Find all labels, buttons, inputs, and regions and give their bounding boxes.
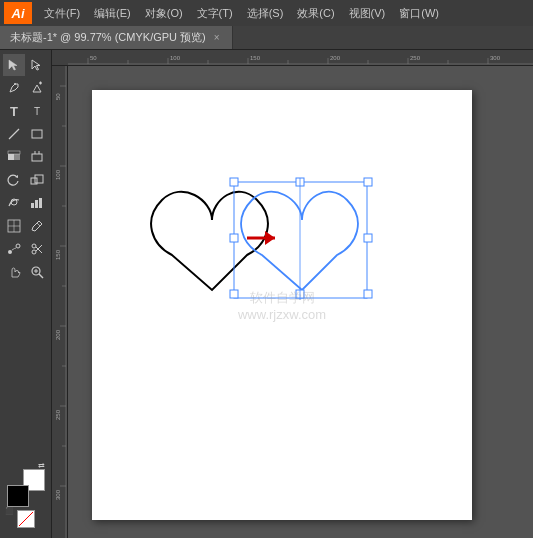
tab-bar: 未标题-1* @ 99.77% (CMYK/GPU 预览) × — [0, 26, 533, 50]
svg-point-19 — [8, 250, 12, 254]
svg-text:300: 300 — [55, 489, 61, 500]
menu-select[interactable]: 选择(S) — [241, 4, 290, 23]
svg-text:100: 100 — [170, 55, 181, 61]
rect-tool[interactable] — [26, 123, 48, 145]
paint-tool[interactable] — [3, 146, 25, 168]
scale-tool[interactable] — [26, 169, 48, 191]
canvas-svg[interactable] — [92, 90, 472, 520]
tool-row-7 — [3, 192, 48, 214]
ruler-vertical: 50 100 150 200 250 300 — [52, 66, 68, 538]
svg-text:50: 50 — [55, 93, 61, 100]
toolbar: T T — [0, 50, 52, 538]
mesh-tool[interactable] — [3, 215, 25, 237]
menu-file[interactable]: 文件(F) — [38, 4, 86, 23]
selection-handle-ml[interactable] — [230, 234, 238, 242]
color-row — [17, 510, 35, 528]
svg-line-18 — [37, 223, 40, 226]
tool-row-8 — [3, 215, 48, 237]
svg-text:150: 150 — [55, 249, 61, 260]
black-heart — [151, 192, 268, 290]
svg-line-26 — [39, 274, 43, 278]
svg-rect-12 — [31, 203, 34, 208]
artboard[interactable]: 软件自学网 www.rjzxw.com — [92, 90, 472, 520]
blend-tool[interactable] — [3, 238, 25, 260]
main-layout: T T — [0, 50, 533, 538]
app-logo: Ai — [4, 2, 32, 24]
svg-point-22 — [32, 244, 36, 248]
svg-rect-5 — [8, 154, 14, 160]
scissors-tool[interactable] — [26, 238, 48, 260]
selection-handle-mr[interactable] — [364, 234, 372, 242]
blue-heart[interactable] — [241, 192, 358, 290]
tab-label: 未标题-1* @ 99.77% (CMYK/GPU 预览) — [10, 30, 206, 45]
tool-row-2 — [3, 77, 48, 99]
svg-point-21 — [32, 250, 36, 254]
svg-text:200: 200 — [55, 329, 61, 340]
tool-row-3: T T — [3, 100, 48, 122]
selection-handle-tr[interactable] — [364, 178, 372, 186]
color-swatches[interactable]: ⇄ ⬛ — [7, 469, 45, 507]
svg-point-20 — [16, 244, 20, 248]
canvas-area[interactable]: 50 100 150 200 250 300 — [52, 50, 533, 538]
paint-select-tool[interactable] — [26, 146, 48, 168]
selection-handle-br[interactable] — [364, 290, 372, 298]
hand-tool[interactable] — [3, 261, 25, 283]
tool-row-6 — [3, 169, 48, 191]
svg-rect-7 — [8, 151, 20, 154]
warp-tool[interactable] — [3, 192, 25, 214]
svg-point-0 — [14, 83, 16, 85]
svg-rect-14 — [39, 198, 42, 208]
ruler-horizontal: 50 100 150 200 250 300 — [52, 50, 533, 66]
svg-text:50: 50 — [90, 55, 97, 61]
line-tool[interactable] — [3, 123, 25, 145]
graph-tool[interactable] — [26, 192, 48, 214]
add-anchor-tool[interactable] — [26, 77, 48, 99]
svg-text:200: 200 — [330, 55, 341, 61]
foreground-color-swatch[interactable] — [7, 485, 29, 507]
menu-window[interactable]: 窗口(W) — [393, 4, 445, 23]
svg-text:150: 150 — [250, 55, 261, 61]
svg-line-3 — [9, 129, 19, 139]
document-tab[interactable]: 未标题-1* @ 99.77% (CMYK/GPU 预览) × — [0, 26, 233, 49]
menu-text[interactable]: 文字(T) — [191, 4, 239, 23]
tool-row-10 — [3, 261, 48, 283]
svg-text:250: 250 — [55, 409, 61, 420]
menu-edit[interactable]: 编辑(E) — [88, 4, 137, 23]
svg-rect-4 — [32, 130, 42, 138]
color-area: ⇄ ⬛ — [3, 463, 49, 534]
svg-text:100: 100 — [55, 169, 61, 180]
selection-handle-bl[interactable] — [230, 290, 238, 298]
select-tool[interactable] — [3, 54, 25, 76]
tool-row-4 — [3, 123, 48, 145]
pen-tool[interactable] — [3, 77, 25, 99]
svg-text:250: 250 — [410, 55, 421, 61]
svg-marker-66 — [265, 231, 275, 245]
type-tool[interactable]: T — [3, 100, 25, 122]
tool-row-9 — [3, 238, 48, 260]
tab-close-button[interactable]: × — [212, 31, 222, 44]
tool-row-5 — [3, 146, 48, 168]
menu-items: 文件(F) 编辑(E) 对象(O) 文字(T) 选择(S) 效果(C) 视图(V… — [38, 4, 445, 23]
svg-rect-6 — [14, 154, 20, 160]
vertical-type-tool[interactable]: T — [26, 100, 48, 122]
menu-view[interactable]: 视图(V) — [343, 4, 392, 23]
svg-rect-13 — [35, 200, 38, 208]
svg-rect-8 — [32, 154, 42, 161]
none-swatch[interactable] — [17, 510, 35, 528]
eyedrop-tool[interactable] — [26, 215, 48, 237]
rotate-tool[interactable] — [3, 169, 25, 191]
menu-effect[interactable]: 效果(C) — [291, 4, 340, 23]
svg-rect-10 — [35, 175, 43, 183]
tool-row-1 — [3, 54, 48, 76]
menu-bar: Ai 文件(F) 编辑(E) 对象(O) 文字(T) 选择(S) 效果(C) 视… — [0, 0, 533, 26]
selection-handle-tl[interactable] — [230, 178, 238, 186]
default-colors-icon[interactable]: ⬛ — [5, 507, 14, 515]
menu-object[interactable]: 对象(O) — [139, 4, 189, 23]
zoom-tool[interactable] — [26, 261, 48, 283]
direct-select-tool[interactable] — [26, 54, 48, 76]
svg-text:300: 300 — [490, 55, 501, 61]
